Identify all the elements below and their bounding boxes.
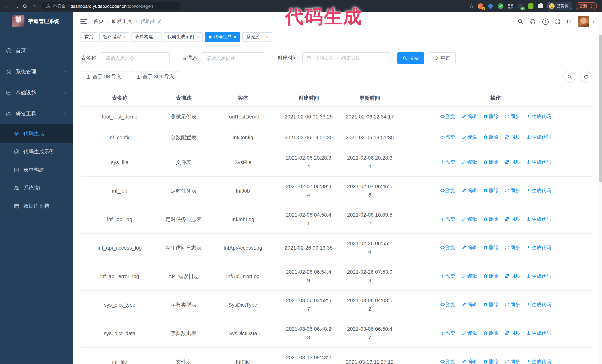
user-avatar[interactable] (578, 16, 589, 27)
sync-link[interactable]: 同步 (504, 272, 520, 280)
edit-link[interactable]: 编辑 (462, 112, 477, 121)
sync-link[interactable]: 同步 (504, 133, 520, 141)
delete-link[interactable]: 删除 (483, 215, 498, 223)
generate-code-link[interactable]: 生成代码 (526, 329, 551, 337)
close-icon[interactable]: × (123, 35, 126, 39)
delete-link[interactable]: 删除 (483, 329, 498, 337)
breadcrumb-devtools[interactable]: 研发工具 (112, 18, 132, 25)
extension-grid-icon[interactable] (507, 3, 514, 10)
avatar-caret-icon[interactable]: ▾ (593, 20, 595, 23)
sidebar-item-infra[interactable]: 基础设施 (0, 82, 73, 103)
generate-code-link[interactable]: 生成代码 (526, 272, 551, 280)
app-logo-row[interactable]: 芋道管理系统 (0, 12, 73, 30)
edit-link[interactable]: 编辑 (462, 357, 477, 364)
sync-link[interactable]: 同步 (504, 300, 520, 309)
sidebar-item-system-api[interactable]: 系统接口 (0, 179, 73, 197)
sidebar-item-codegen[interactable]: 代码生成 (0, 125, 73, 143)
tab-codegen-example[interactable]: 代码生成示例× (164, 32, 203, 42)
chrome-update-button[interactable]: 更新 ⋮ (576, 2, 597, 10)
close-icon[interactable]: × (196, 35, 199, 39)
tab-home[interactable]: 首页 (81, 32, 97, 42)
delete-link[interactable]: 删除 (483, 272, 498, 280)
generate-code-link[interactable]: 生成代码 (526, 215, 551, 223)
tab-trace[interactable]: 链路追踪× (99, 32, 129, 42)
generate-code-link[interactable]: 生成代码 (526, 157, 551, 166)
edit-link[interactable]: 编辑 (462, 215, 477, 223)
extension-robot-icon[interactable] (527, 3, 534, 10)
delete-link[interactable]: 删除 (483, 157, 498, 166)
tab-codegen[interactable]: 代码生成× (205, 32, 240, 42)
sync-link[interactable]: 同步 (504, 157, 520, 166)
generate-code-link[interactable]: 生成代码 (526, 300, 551, 309)
sidebar-item-codegen-example[interactable]: 代码生成示例 (0, 143, 73, 161)
kebab-menu-icon[interactable]: ⋮ (589, 4, 593, 8)
preview-link[interactable]: 预览 (440, 357, 455, 364)
preview-link[interactable]: 预览 (440, 329, 455, 337)
import-db-button[interactable]: 基于 DB 导入 (81, 71, 127, 82)
toggle-search-icon[interactable] (563, 71, 575, 83)
edit-link[interactable]: 编辑 (462, 243, 477, 252)
edit-link[interactable]: 编辑 (462, 157, 477, 166)
refresh-icon[interactable] (580, 71, 592, 83)
generate-code-link[interactable]: 生成代码 (526, 112, 551, 121)
sidebar-item-devtools[interactable]: 研发工具 (0, 103, 73, 125)
delete-link[interactable]: 删除 (483, 186, 498, 195)
sidebar-item-form-builder[interactable]: 表单构建 (0, 161, 73, 179)
preview-link[interactable]: 预览 (440, 300, 455, 309)
delete-link[interactable]: 删除 (483, 133, 498, 141)
delete-link[interactable]: 删除 (483, 243, 498, 252)
extension-check-icon[interactable] (497, 3, 504, 10)
preview-link[interactable]: 预览 (440, 272, 455, 280)
tab-form-builder[interactable]: 表单构建× (131, 32, 161, 42)
sidebar-item-home[interactable]: 首页 (0, 40, 73, 61)
delete-link[interactable]: 删除 (483, 300, 498, 309)
extension-gem-icon[interactable] (487, 3, 494, 10)
generate-code-link[interactable]: 生成代码 (526, 133, 551, 141)
profile-paused-badge[interactable]: 已暂停 (547, 2, 572, 10)
preview-link[interactable]: 预览 (440, 186, 455, 195)
reset-button[interactable]: 重置 (429, 52, 456, 64)
browser-back-icon[interactable]: ← (3, 2, 12, 10)
help-icon[interactable]: ? (542, 18, 549, 25)
close-icon[interactable]: × (155, 35, 158, 39)
date-range-picker[interactable]: 开始日期 - 结束日期 (302, 52, 390, 64)
close-icon[interactable]: × (234, 35, 236, 39)
sidebar-item-db-doc[interactable]: 数据库文档 (0, 197, 73, 215)
sync-link[interactable]: 同步 (504, 215, 520, 223)
preview-link[interactable]: 预览 (440, 243, 455, 252)
sync-link[interactable]: 同步 (504, 357, 520, 364)
fullscreen-icon[interactable] (555, 19, 560, 24)
search-icon[interactable] (517, 19, 524, 24)
generate-code-link[interactable]: 生成代码 (526, 186, 551, 195)
generate-code-link[interactable]: 生成代码 (526, 357, 551, 364)
address-bar[interactable]: 不安全 dashboard.yudao.iocoder.cn/tool/code… (42, 2, 181, 10)
close-icon[interactable]: × (266, 35, 269, 39)
import-sql-button[interactable]: 基于 SQL 导入 (131, 71, 180, 82)
edit-link[interactable]: 编辑 (462, 300, 477, 309)
bookmark-star-icon[interactable]: ☆ (469, 3, 474, 9)
scrollbar-thumb[interactable] (599, 34, 602, 183)
table-name-input[interactable] (101, 52, 170, 64)
preview-link[interactable]: 预览 (440, 112, 455, 121)
delete-link[interactable]: 删除 (483, 112, 498, 121)
hamburger-icon[interactable] (80, 19, 87, 24)
preview-link[interactable]: 预览 (440, 157, 455, 166)
edit-link[interactable]: 编辑 (462, 133, 477, 141)
tab-system-api[interactable]: 系统接口× (242, 32, 272, 42)
edit-link[interactable]: 编辑 (462, 329, 477, 337)
sync-link[interactable]: 同步 (504, 112, 520, 121)
delete-link[interactable]: 删除 (483, 357, 498, 364)
page-scrollbar[interactable] (599, 12, 602, 364)
preview-link[interactable]: 预览 (440, 133, 455, 141)
search-button[interactable]: 搜索 (397, 52, 424, 64)
extension-on-icon[interactable]: on (517, 3, 524, 10)
sidebar-item-system[interactable]: 系统管理 (0, 61, 73, 82)
edit-link[interactable]: 编辑 (462, 272, 477, 280)
preview-link[interactable]: 预览 (440, 215, 455, 223)
extension-fehelper-icon[interactable]: 1 (477, 3, 484, 10)
generate-code-link[interactable]: 生成代码 (526, 243, 551, 252)
github-icon[interactable] (530, 18, 536, 25)
sync-link[interactable]: 同步 (504, 243, 520, 252)
table-desc-input[interactable] (202, 52, 265, 64)
breadcrumb-home[interactable]: 首页 (93, 18, 104, 25)
